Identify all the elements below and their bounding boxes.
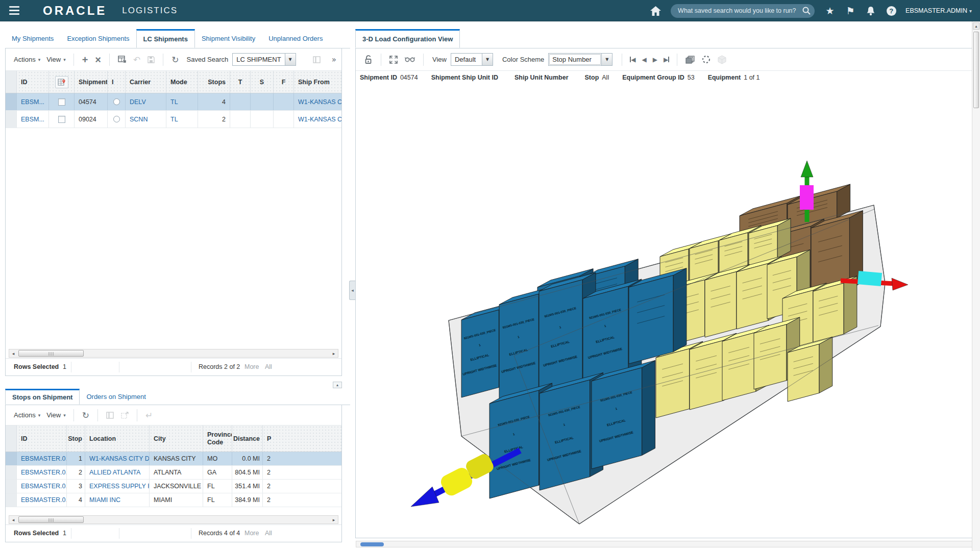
collapse-panel-icon[interactable]: ▴ [333,382,342,388]
col-header-city[interactable]: City [150,425,203,452]
search-icon[interactable] [802,7,811,15]
nav-previous-icon[interactable]: ◀ [639,55,650,64]
nav-next-icon[interactable]: ▶ [650,55,660,64]
search-input[interactable] [678,7,802,14]
tab-shipment-visibility[interactable]: Shipment Visibility [195,29,262,48]
glasses-view-icon[interactable] [401,55,419,64]
stops-hscrollbar[interactable]: ◂ ▸ [9,515,338,524]
refresh-icon[interactable]: ↻ [79,409,93,421]
row-checkbox[interactable] [58,116,65,123]
scroll-right-icon[interactable]: ▸ [330,349,338,357]
saved-search-bar[interactable] [671,4,815,18]
hscroll-thumb[interactable] [18,516,84,523]
col-header-i[interactable]: I [108,71,126,93]
location-link[interactable]: EXPRESS SUPPLY FL [89,483,150,490]
actions-menu-button[interactable]: Actions▾ [11,54,43,65]
location-link[interactable]: MIAMI INC [89,496,120,504]
col-header-route-icon[interactable] [49,71,75,93]
favorites-icon[interactable]: ★ [820,0,840,21]
view-menu-button[interactable]: View▾ [43,54,68,65]
go-to-top-icon[interactable]: ↵ [142,409,156,421]
ship-from-link[interactable]: W1-KANSAS CI [298,98,341,106]
menu-icon[interactable] [0,0,29,21]
expand-fit-icon[interactable] [386,55,401,65]
col-header-id[interactable]: ID [17,71,49,93]
add-row-button[interactable]: + [79,54,92,65]
load-view-hscrollbar[interactable] [356,541,972,547]
undo-icon[interactable]: ↶ [130,54,144,66]
tab-orders-on-shipment[interactable]: Orders on Shipment [80,389,152,405]
tab-lc-shipments[interactable]: LC Shipments [136,29,195,48]
hscroll-thumb[interactable] [360,542,384,546]
panel-splitter-handle[interactable]: ◂ [349,281,355,300]
view-combobox[interactable]: Default ▼ [451,53,493,66]
actions-menu-button[interactable]: Actions▾ [11,409,43,421]
combo-dropdown-icon[interactable]: ▼ [602,53,612,66]
tab-my-shipments[interactable]: My Shipments [5,29,60,48]
tab-unplanned-orders[interactable]: Unplanned Orders [262,29,329,48]
col-header-id[interactable]: ID [17,425,67,452]
stop-row-4[interactable]: EBSMASTER.0... 4 MIAMI INC MIAMI FL 384.… [6,493,341,507]
col-header-s[interactable]: S [251,71,274,93]
notifications-bell-icon[interactable] [861,0,881,21]
rotate-selection-icon[interactable] [698,54,714,65]
nav-last-icon[interactable]: ▶ [660,55,672,64]
tab-3d-load-configuration[interactable]: 3-D Load Configuration View [355,29,460,48]
col-header-province-code[interactable]: Province Code [203,425,232,452]
home-icon[interactable] [645,0,666,21]
vscroll-thumb[interactable] [973,32,979,108]
stop-id-link[interactable]: EBSMASTER.0... [21,455,67,462]
tab-stops-on-shipment[interactable]: Stops on Shipment [5,389,80,405]
carrier-link[interactable]: DELV [130,98,146,106]
view-menu-button[interactable]: View▾ [43,409,68,421]
row-checkbox[interactable] [58,98,65,106]
delete-row-button[interactable]: × [91,54,105,65]
toolbar-overflow-button[interactable]: » [332,55,336,64]
mode-link[interactable]: TL [170,98,178,106]
stop-id-link[interactable]: EBSMASTER.0... [21,483,67,490]
carrier-link[interactable]: SCNN [130,116,148,123]
shipment-row-1[interactable]: EBSM... 04574 DELV TL 4 W1-KANSAS CI [6,93,341,111]
shipment-id-link[interactable]: EBSM... [21,98,44,106]
stop-row-3[interactable]: EBSMASTER.0... 3 EXPRESS SUPPLY FL JACKS… [6,480,341,493]
color-scheme-combobox[interactable]: Stop Number ▼ [548,53,612,66]
shipments-hscrollbar[interactable]: ◂ ▸ [9,349,338,358]
col-header-mode[interactable]: Mode [166,71,198,93]
saved-search-combobox[interactable]: LC SHIPMENT ▼ [232,53,296,66]
refresh-icon[interactable]: ↻ [168,54,182,66]
row-radio[interactable] [113,98,120,105]
col-header-distance[interactable]: Distance [232,425,263,452]
col-header-ship-from[interactable]: Ship From [294,71,341,93]
detach-icon[interactable] [117,411,132,420]
combo-dropdown-icon[interactable]: ▼ [482,53,493,66]
user-menu[interactable]: EBSMASTER.ADMIN [905,7,967,14]
scroll-up-icon[interactable]: ▴ [973,22,979,30]
col-header-stops[interactable]: Stops [198,71,230,93]
flag-icon[interactable]: ⚑ [840,0,861,21]
more-link[interactable]: More [244,363,259,370]
mode-link[interactable]: TL [170,116,178,123]
scroll-right-icon[interactable]: ▸ [330,516,338,523]
scroll-left-icon[interactable]: ◂ [9,349,17,357]
location-link[interactable]: ALLIED ATLANTA [89,469,140,476]
hscroll-thumb[interactable] [18,350,84,357]
col-header-t[interactable]: T [230,71,251,93]
col-header-shipment[interactable]: Shipment [75,71,108,93]
col-header-f[interactable]: F [274,71,294,93]
location-link[interactable]: W1-KANSAS CITY DISTR... [89,455,150,462]
more-link[interactable]: More [244,530,259,537]
stop-id-link[interactable]: EBSMASTER.0... [21,469,67,476]
user-menu-caret-icon[interactable]: ▾ [969,8,972,14]
ship-from-link[interactable]: W1-KANSAS CI [298,116,341,123]
row-radio[interactable] [113,116,120,122]
cube-icon[interactable] [714,54,730,65]
stop-row-2[interactable]: EBSMASTER.0... 2 ALLIED ATLANTA ATLANTA … [6,466,341,480]
shipment-row-2[interactable]: EBSM... 09024 SCNN TL 2 W1-KANSAS CI [6,111,341,128]
stop-row-1[interactable]: EBSMASTER.0... 1 W1-KANSAS CITY DISTR...… [6,452,341,466]
page-vscrollbar[interactable]: ▴ [972,21,980,551]
stop-id-link[interactable]: EBSMASTER.0... [21,496,67,504]
freeze-columns-icon[interactable] [309,55,324,64]
unlock-icon[interactable] [361,54,376,65]
tab-exception-shipments[interactable]: Exception Shipments [60,29,136,48]
scroll-left-icon[interactable]: ◂ [9,516,17,523]
